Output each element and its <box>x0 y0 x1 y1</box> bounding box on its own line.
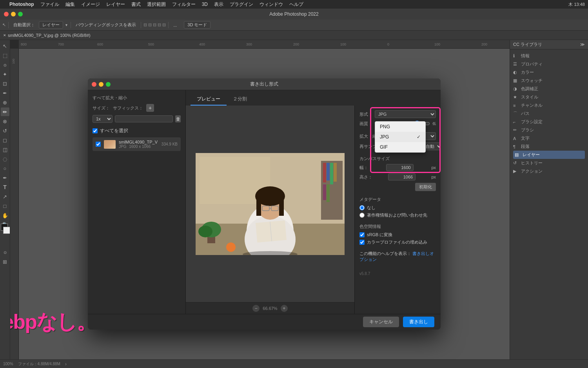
add-size-button[interactable]: + <box>146 104 154 112</box>
zoom-in-button[interactable]: + <box>281 305 288 312</box>
menu-layer[interactable]: レイヤー <box>106 1 125 8</box>
zoom-out-button[interactable]: − <box>252 305 260 312</box>
dialog-close[interactable] <box>92 82 96 87</box>
select-all-checkbox[interactable] <box>93 128 98 133</box>
meta-copyright-label[interactable]: 著作権情報および問い合わせ先 <box>367 212 427 218</box>
brush-tool[interactable]: ✏ <box>1 107 9 116</box>
panel-layers[interactable]: ▤ レイヤー <box>513 151 585 159</box>
close-button[interactable] <box>4 12 9 16</box>
format-option-png[interactable]: PNG <box>375 122 425 132</box>
panel-properties[interactable]: ☰ プロパティ <box>513 60 585 68</box>
selection-tool[interactable]: ⬚ <box>1 51 9 60</box>
pen-tool[interactable]: ✒ <box>1 173 9 182</box>
minimize-button[interactable] <box>11 12 16 16</box>
meta-none-label[interactable]: なし <box>367 205 376 211</box>
menu-image[interactable]: イメージ <box>81 1 100 8</box>
shape-tool[interactable]: □ <box>1 202 9 210</box>
suffix-input[interactable] <box>115 115 173 122</box>
quick-mask[interactable]: ⊙ <box>1 248 9 257</box>
format-option-gif[interactable]: GIF <box>375 142 425 152</box>
panel-history[interactable]: ↺ ヒストリー <box>513 159 585 167</box>
background-color[interactable] <box>3 227 10 234</box>
tab-split[interactable]: ２分割 <box>227 93 253 106</box>
dialog-window-controls[interactable] <box>92 82 111 87</box>
panel-channels[interactable]: ≡ チャンネル <box>513 101 585 109</box>
menu-file[interactable]: ファイル <box>40 1 59 8</box>
path-select[interactable]: ↗ <box>1 192 9 201</box>
panel-actions[interactable]: ▶ アクション <box>513 167 585 175</box>
meta-none-radio[interactable] <box>359 205 365 210</box>
reset-button[interactable]: 初期化 <box>415 183 436 191</box>
height-input[interactable] <box>388 173 416 180</box>
menu-select[interactable]: 選択範囲 <box>147 1 166 8</box>
lasso-tool[interactable]: ⌾ <box>1 60 9 69</box>
format-select[interactable]: JPG PNG GIF <box>375 110 436 118</box>
panel-swatches[interactable]: ▦ スウォッチ <box>513 77 585 85</box>
menu-help[interactable]: ヘルプ <box>289 1 303 8</box>
move-tool[interactable]: ↖ <box>1 42 9 50</box>
app-name[interactable]: Photoshop <box>9 2 34 7</box>
auto-select-label: 自動選択： <box>11 21 37 29</box>
panel-paths[interactable]: ⌒ パス <box>513 109 585 118</box>
scale-select[interactable]: 1x 2x 0.5x <box>93 115 113 123</box>
more-options[interactable]: ... <box>171 22 179 28</box>
window-controls[interactable] <box>4 12 23 16</box>
select-all-label[interactable]: すべてを選択 <box>100 128 128 134</box>
embed-profile-checkbox[interactable] <box>359 240 365 245</box>
document-tab[interactable]: ✕ smlMGL4090_TP_V.jpg @ 100% (RGB/8#) <box>0 31 588 40</box>
menu-edit[interactable]: 編集 <box>65 1 75 8</box>
export-button[interactable]: 書き出し <box>403 317 434 327</box>
panel-paragraph[interactable]: ¶ 段落 <box>513 142 585 151</box>
embed-profile-label[interactable]: カラープロファイルの埋め込み <box>367 239 427 245</box>
screen-mode[interactable]: ⊞ <box>1 257 9 266</box>
dodge-tool[interactable]: ○ <box>1 164 9 173</box>
chevron-down-icon[interactable]: ▼ <box>65 23 68 27</box>
file-checkbox[interactable] <box>96 142 101 147</box>
width-input[interactable] <box>386 164 414 171</box>
eraser-tool[interactable]: ◻ <box>1 136 9 144</box>
color-swatch[interactable] <box>0 224 10 234</box>
delete-size-button[interactable]: 🗑 <box>175 115 181 122</box>
menu-view[interactable]: 表示 <box>214 1 223 8</box>
srgb-checkbox[interactable] <box>359 232 365 237</box>
menu-filter[interactable]: フィルター <box>172 1 196 8</box>
mode-3d[interactable]: 3D モード <box>184 21 211 29</box>
panel-styles[interactable]: ★ スタイル <box>513 93 585 101</box>
menu-window[interactable]: ウィンドウ <box>260 1 283 8</box>
panel-options-icon[interactable]: ≫ <box>580 42 585 47</box>
bounding-box-label[interactable]: バウンディングボックスを表示 <box>73 21 138 29</box>
meta-copyright-radio[interactable] <box>359 213 365 218</box>
tab-preview[interactable]: プレビュー <box>191 93 227 106</box>
panel-character[interactable]: A 文字 <box>513 134 585 142</box>
layer-select[interactable]: レイヤー <box>39 21 63 29</box>
magic-wand-tool[interactable]: ✦ <box>1 70 9 78</box>
srgb-label[interactable]: sRGB に変換 <box>367 232 392 238</box>
type-tool[interactable]: T <box>1 183 9 191</box>
expand-icon[interactable]: › <box>65 361 67 367</box>
panel-brush[interactable]: ✏ ブラシ <box>513 126 585 134</box>
cancel-button[interactable]: キャンセル <box>363 317 399 327</box>
history-brush[interactable]: ↺ <box>1 126 9 135</box>
eyedropper-tool[interactable]: ✒ <box>1 89 9 97</box>
crop-tool[interactable]: ⊡ <box>1 79 9 88</box>
panel-info[interactable]: ℹ 情報 <box>513 52 585 60</box>
blur-tool[interactable]: ◌ <box>1 155 9 163</box>
dialog-minimize[interactable] <box>99 82 103 87</box>
gradient-tool[interactable]: ◫ <box>1 145 9 154</box>
width-px-label: px <box>431 165 436 170</box>
ps-titlebar: Adobe Photoshop 2022 <box>0 9 588 20</box>
panel-brush-settings[interactable]: ⌐ ブラシ設定 <box>513 118 585 126</box>
menu-format[interactable]: 書式 <box>131 1 141 8</box>
menu-3d[interactable]: 3D <box>202 2 208 7</box>
panel-adjustments[interactable]: ◑ 色調補正 <box>513 85 585 93</box>
hand-tool[interactable]: ✋ <box>1 211 9 220</box>
heal-tool[interactable]: ⊕ <box>1 98 9 107</box>
maximize-button[interactable] <box>18 12 23 16</box>
format-option-jpg[interactable]: JPG ✓ <box>375 132 425 142</box>
clone-tool[interactable]: ⊗ <box>1 117 9 126</box>
panel-color[interactable]: ◐ カラー <box>513 68 585 77</box>
dialog-maximize[interactable] <box>106 82 111 87</box>
color-space-header: 色空間情報 <box>359 224 436 230</box>
menu-plugins[interactable]: プラグイン <box>230 1 253 8</box>
file-format-label: JPG <box>119 144 126 149</box>
